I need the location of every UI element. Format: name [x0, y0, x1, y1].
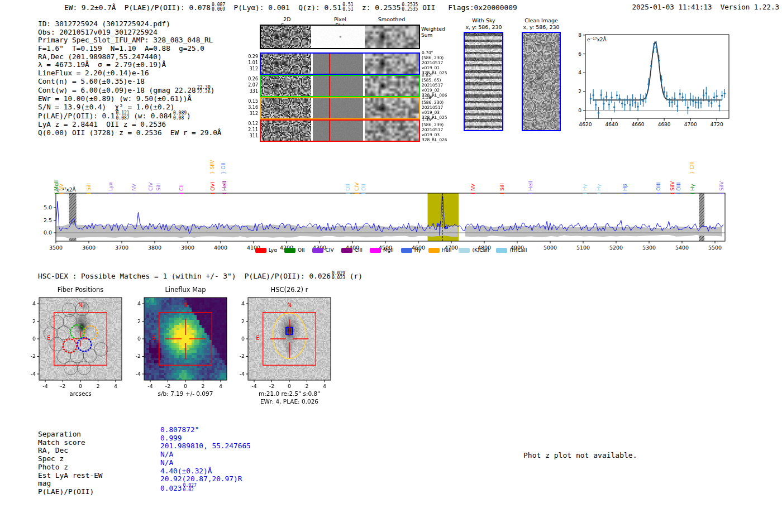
flat-red-line: [329, 121, 330, 141]
table-row-value: 0.999: [160, 434, 251, 443]
table-row-label: Match score: [38, 439, 103, 447]
text-token: OII Flags:0x20000009: [418, 3, 517, 12]
line-label: ( NV: [59, 184, 65, 194]
line-label: ( CIV: [354, 183, 360, 194]
with-sky-title-line: With Sky: [465, 17, 502, 24]
svg-text:-2: -2: [136, 353, 141, 359]
smoothed-image: [365, 26, 419, 48]
spec2d-image: [261, 121, 311, 141]
stat-line: 311: [245, 133, 258, 139]
legend-item: MgII: [370, 247, 394, 253]
legend-swatch: [255, 248, 266, 253]
svg-text:4: 4: [323, 383, 326, 389]
stacked-fraction: 0.0290.023: [332, 271, 345, 280]
hsc-r-cutout-plot: HSC(26.2) r-4-4-2-2002244m:21.0 re:2.5" …: [229, 282, 347, 411]
legend-item: CIV: [312, 247, 334, 253]
pixel-flat-image: [313, 98, 363, 118]
info-line: RA,Dec (201.989807,55.247440): [38, 53, 221, 61]
legend-label: CIII: [355, 247, 363, 253]
table-row-label: RA, Dec: [38, 447, 103, 455]
svg-text:-2: -2: [60, 383, 65, 389]
text-token: P(LAE)/P(OII): 0.1: [38, 112, 115, 121]
stacked-fraction: 0.0870.069: [212, 3, 225, 12]
svg-text:Lineflux Map: Lineflux Map: [165, 286, 206, 294]
pixel-flat-image: [313, 26, 363, 48]
line-label: ( CIV: [148, 183, 154, 194]
text-token: HSC-DEX : Possible Matches = 1 (within +…: [38, 272, 331, 280]
spec2d-image: [261, 98, 311, 118]
legend-label: Hγ: [414, 247, 421, 253]
svg-text:0: 0: [32, 336, 36, 342]
line-label: ( SiII: [499, 183, 506, 194]
clean-image: [523, 33, 560, 130]
info-line: Q(0.00) OII (3728) z = 0.2536 EW r = 29.…: [38, 129, 221, 137]
table-row-label: Separation: [38, 430, 103, 439]
info-line: LineFlux = 2.20(±0.14)e-16: [38, 69, 221, 78]
line-label: ( Hγ: [596, 184, 602, 194]
spec2d-image: [261, 26, 311, 48]
legend-swatch: [370, 248, 381, 253]
stacked-fraction: 0.25350.2535: [402, 3, 418, 12]
svg-text:2: 2: [32, 318, 36, 324]
svg-text:-4: -4: [240, 371, 245, 377]
weighted-sum-label: Weighted Sum: [421, 26, 447, 38]
info-line: ID: 3012725924 (3012725924.pdf): [38, 20, 221, 28]
hsc-dex-header: HSC-DEX : Possible Matches = 1 (within +…: [38, 271, 363, 280]
legend-item: Hγ: [401, 247, 421, 253]
stat-line: 1.01: [245, 60, 258, 66]
legend-swatch: [284, 248, 295, 253]
fiber-positions-plot: Fiber Positions-4-4-2-2002244arcsecsNE: [20, 282, 139, 411]
text-token: Primary Spec_Slot_IFU_AMP: 328_083_048_R…: [38, 36, 213, 44]
legend-item: (H)CaII: [496, 247, 527, 253]
fiber-spec-row: [260, 75, 420, 97]
text-token: 20.92(20.87,20.97)R: [160, 475, 242, 483]
stacked-fraction: 0.1210.087: [116, 111, 130, 120]
svg-text:2: 2: [201, 383, 204, 389]
weighted-sum-row: [260, 25, 420, 49]
pixel-flat-image: [313, 121, 363, 141]
svg-text:2: 2: [96, 383, 99, 389]
info-line: Obs: 20210517v019_3012725924: [38, 28, 221, 37]
svg-text:s/b: 7.19 +/- 0.097: s/b: 7.19 +/- 0.097: [158, 390, 213, 397]
pixel-flat-image: [313, 54, 363, 74]
legend-item: Lyα: [255, 247, 277, 253]
svg-text:0.0: 0.0: [44, 229, 52, 236]
text-token: RA,Dec (201.989807,55.247440): [38, 52, 162, 61]
line-label: ( NV: [131, 184, 137, 194]
svg-text:4620: 4620: [579, 122, 592, 127]
svg-text:4660: 4660: [632, 122, 645, 127]
svg-text:-4: -4: [251, 383, 256, 389]
svg-text:-2: -2: [165, 383, 170, 389]
table-row-label: P(LAE)/P(OII): [38, 488, 103, 496]
row-exposure-info: 0.82"(585, 65)20210517v019_02328_RL_006: [422, 73, 447, 98]
svg-text:0: 0: [578, 108, 581, 113]
table-row-value: 201.989810, 55.247665: [160, 442, 251, 450]
text-token: N/A: [160, 450, 173, 458]
table-row-label: mag: [38, 480, 103, 488]
row-exposure-info: 1.18"(586, 230)20210517v019_03328_RL_025: [422, 95, 447, 121]
svg-text:HSC(26.2) r: HSC(26.2) r: [271, 286, 308, 294]
legend-label: (K)CaII: [472, 247, 489, 253]
table-row-value: 0.0230.0270.02: [160, 483, 251, 493]
text-token: EWr = 10.00(±0.89) (w: 9.50(±0.61))Å: [38, 94, 192, 103]
line-label: ( OVI: [210, 182, 216, 194]
lineflux-map-plot: Lineflux Map-4-4-2-2002244s/b: 7.19 +/- …: [125, 282, 244, 411]
table-row-value: N/A: [160, 450, 251, 459]
with-sky-coords: x, y: 586, 230: [465, 24, 502, 31]
svg-text:0: 0: [184, 383, 187, 389]
svg-text:Fiber Positions: Fiber Positions: [58, 286, 104, 294]
legend-label: MgII: [383, 247, 394, 253]
info-line: EWr = 10.00(±0.89) (w: 9.50(±0.61))Å: [38, 95, 221, 103]
text-token: z: 0.2535: [354, 3, 401, 12]
svg-text:arcsecs: arcsecs: [69, 390, 91, 397]
stacked-fraction: 0.510.51: [342, 3, 353, 12]
svg-text:2: 2: [241, 318, 245, 324]
line-label: } CIII: [689, 161, 695, 174]
line-label: ( HeII: [222, 181, 228, 194]
svg-text:-4: -4: [147, 383, 152, 389]
line-label: ( NV: [470, 184, 476, 194]
legend-swatch: [428, 248, 440, 253]
line-label: } OII: [221, 162, 227, 174]
svg-text:2.5: 2.5: [44, 217, 52, 223]
info-line: 328_RL_026: [422, 138, 447, 143]
